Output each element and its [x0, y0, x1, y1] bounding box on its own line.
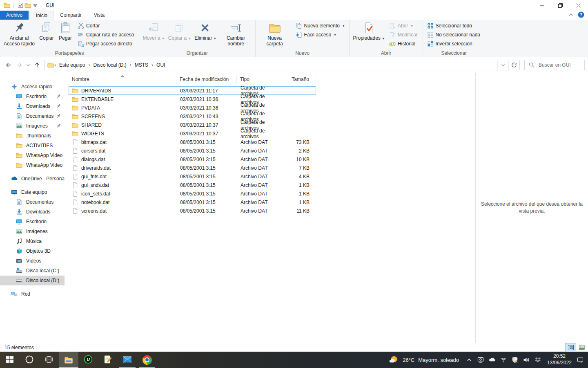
refresh-button[interactable] — [508, 60, 519, 70]
sidebar-item-whatsapp-video[interactable]: WhatsApp Video — [0, 150, 65, 160]
details-view-button[interactable] — [566, 343, 576, 352]
nueva-carpeta-button[interactable]: Nueva carpeta — [257, 20, 293, 49]
invertir-selección-button[interactable]: Invertir selección — [425, 39, 482, 48]
volume-icon[interactable] — [523, 357, 530, 364]
file-row[interactable]: cursors.dat08/05/2001 3:15Archivo DAT2 K… — [69, 146, 316, 155]
taskbar-mail-button[interactable] — [118, 352, 137, 368]
back-button[interactable] — [3, 60, 14, 70]
copiar-ruta-de-acceso-button[interactable]: wCopiar ruta de acceso — [76, 30, 136, 39]
wifi-icon[interactable] — [500, 357, 507, 364]
sidebar-item-este-equipo[interactable]: Este equipo — [0, 187, 65, 197]
propiedades-button[interactable]: Propiedades ▾ — [351, 20, 386, 49]
breadcrumb-item[interactable]: Disco local (D:) — [90, 60, 129, 70]
sidebar-item-downloads[interactable]: Downloads — [0, 101, 65, 111]
seleccionar-todo-button[interactable]: Seleccionar todo — [425, 21, 482, 30]
forward-button[interactable] — [14, 60, 24, 70]
sidebar-item-documentos[interactable]: Documentos — [0, 197, 65, 207]
help-button[interactable]: ? — [578, 11, 584, 19]
tab-compartir[interactable]: Compartir — [54, 11, 88, 20]
shield-icon[interactable] — [512, 357, 519, 364]
anclar-al-acceso-rápido-button[interactable]: Anclar al Acceso rápido — [1, 20, 37, 49]
sidebar-item-imágenes[interactable]: Imágenes — [0, 121, 65, 131]
nuevo-elemento-button[interactable]: Nuevo elemento▾ — [294, 21, 347, 30]
large-icons-view-button[interactable] — [577, 343, 587, 352]
column-header-tipo[interactable]: Tipo — [237, 75, 279, 84]
recent-locations-button[interactable] — [24, 60, 32, 70]
weather-description[interactable]: Mayorm. soleado — [418, 357, 459, 363]
file-row[interactable]: gui_fnts.dat08/05/2001 3:15Archivo DAT4 … — [69, 172, 316, 181]
cloud-white-icon[interactable] — [489, 357, 496, 364]
sidebar-item-red[interactable]: Red — [0, 289, 65, 299]
file-row[interactable]: notebook.dat08/05/2001 3:15Archivo DAT1 … — [69, 198, 316, 206]
sidebar-item-activities[interactable]: ACTIVITIES — [0, 141, 65, 150]
minimize-ribbon-button[interactable] — [568, 11, 574, 19]
taskbar-notes-editor-button[interactable] — [98, 352, 118, 368]
connect-icon[interactable] — [477, 357, 484, 364]
restore-button[interactable] — [551, 0, 570, 11]
qat-customize-button[interactable] — [31, 2, 39, 9]
breadcrumb-item[interactable]: Este equipo — [56, 60, 88, 70]
taskbar-task-view-button[interactable] — [39, 352, 59, 368]
cambiar-nombre-button[interactable]: Cambiar nombre — [218, 20, 254, 49]
historial-button[interactable]: Historial — [387, 39, 420, 48]
weather-icon[interactable] — [389, 355, 398, 364]
no-seleccionar-nada-button[interactable]: No seleccionar nada — [425, 30, 482, 39]
sidebar-item-downloads[interactable]: Downloads — [0, 207, 65, 217]
fácil-acceso-button[interactable]: Fácil acceso▾ — [294, 30, 347, 39]
taskbar-chrome-button[interactable] — [137, 352, 157, 368]
sidebar-item-onedrive---personal[interactable]: OneDrive - Personal — [0, 174, 65, 184]
pegar-button[interactable]: Pegar — [56, 20, 75, 49]
up-button[interactable] — [32, 60, 42, 70]
system-tray: 26°C Mayorm. soleado 20:52 13/06/2022 — [389, 352, 588, 368]
file-size: 7 KB — [280, 165, 316, 171]
chevron-up-icon[interactable] — [466, 357, 473, 364]
column-header-nombre[interactable]: Nombre — [69, 75, 176, 84]
eliminar-button[interactable]: Eliminar ▾ — [192, 20, 218, 49]
address-bar[interactable]: › Este equipo›Disco local (D:)›MSTS›GUI — [44, 60, 520, 70]
tab-inicio[interactable]: Inicio — [29, 11, 54, 20]
taskbar-clock[interactable]: 20:52 13/06/2022 — [547, 353, 572, 366]
cortar-button[interactable]: Cortar — [76, 21, 136, 30]
sidebar-item-escritorio[interactable]: Escritorio — [0, 92, 65, 101]
address-dropdown-button[interactable] — [497, 60, 508, 70]
file-row[interactable]: gui_snds.dat08/05/2001 3:15Archivo DAT1 … — [69, 181, 316, 189]
file-row[interactable]: bitmaps.dat08/05/2001 3:15Archivo DAT73 … — [69, 138, 316, 146]
sidebar-item-escritorio[interactable]: Escritorio — [0, 217, 65, 227]
close-button[interactable] — [570, 0, 588, 11]
file-row[interactable]: dialogs.dat08/05/2001 3:15Archivo DAT10 … — [69, 155, 316, 164]
breadcrumb-item[interactable]: GUI — [154, 60, 168, 70]
taskbar-iobit-uninstaller-button[interactable]: U — [78, 352, 98, 368]
column-header-fecha[interactable]: Fecha de modificación — [176, 75, 237, 84]
copiar-button[interactable]: Copiar — [37, 20, 56, 49]
sidebar-item-whatsapp-video[interactable]: WhatsApp Video — [0, 160, 65, 170]
column-header-tamano[interactable]: Tamaño — [279, 75, 316, 84]
sidebar-item-acceso-rápido[interactable]: Acceso rápido — [0, 82, 65, 92]
tab-vista[interactable]: Vista — [88, 11, 111, 20]
taskbar-start-button[interactable] — [0, 352, 20, 368]
folder-row[interactable]: WIDGETS03/03/2021 10:37Carpeta de archiv… — [69, 129, 316, 138]
sidebar-item-documentos[interactable]: Documentos — [0, 111, 65, 121]
file-row[interactable]: screens.dat08/05/2001 3:15Archivo DAT11 … — [69, 206, 316, 215]
weather-temperature[interactable]: 26°C — [403, 357, 414, 363]
search-input[interactable] — [539, 62, 581, 68]
breadcrumb-item[interactable]: MSTS — [132, 60, 151, 70]
sidebar-item-objetos-3d[interactable]: Objetos 3D — [0, 246, 65, 256]
tab-archivo[interactable]: Archivo — [0, 11, 29, 20]
qat-properties-button[interactable] — [17, 2, 24, 9]
taskbar-cortana-search-button[interactable] — [20, 352, 39, 368]
qat-new-folder-button[interactable] — [24, 2, 31, 9]
sidebar-item-disco-local-(c:)[interactable]: Disco local (C:) — [0, 266, 65, 276]
taskbar-file-explorer-button[interactable] — [59, 352, 78, 368]
file-row[interactable]: icon_sets.dat08/05/2001 3:15Archivo DAT1… — [69, 189, 316, 198]
pegar-acceso-directo-button[interactable]: Pegar acceso directo — [76, 39, 136, 48]
minimize-button[interactable] — [533, 0, 551, 11]
sidebar-item-imágenes[interactable]: Imágenes — [0, 227, 65, 236]
sidebar-item-disco-local-(d:)[interactable]: Disco local (D:) — [0, 276, 65, 285]
file-row[interactable]: driveraids.dat08/05/2001 3:15Archivo DAT… — [69, 164, 316, 172]
sidebar-item-label: ACTIVITIES — [26, 143, 53, 148]
dropbox-icon[interactable] — [535, 357, 541, 364]
action-center-icon[interactable] — [576, 357, 583, 364]
sidebar-item-.thumbnails[interactable]: .thumbnails — [0, 131, 65, 141]
sidebar-item-música[interactable]: Música — [0, 236, 65, 246]
sidebar-item-vídeos[interactable]: Vídeos — [0, 256, 65, 266]
